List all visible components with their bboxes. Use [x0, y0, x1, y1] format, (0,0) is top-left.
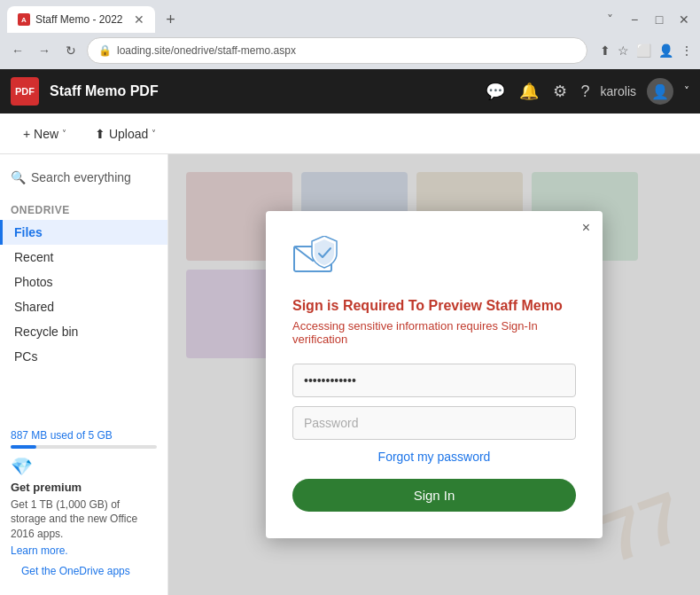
new-button[interactable]: + New ˅ [14, 123, 75, 145]
main-content: 77 × [168, 154, 700, 595]
window-controls: ˅ − □ ✕ [601, 12, 693, 27]
sidebar-footer: 887 MB used of 5 GB 💎 Get premium Get 1 … [0, 419, 167, 595]
password-input[interactable] [292, 406, 576, 440]
upload-button[interactable]: ⬆ Upload ˅ [86, 123, 165, 145]
storage-fill [11, 445, 36, 449]
forgot-password-link[interactable]: Forgot my password [378, 450, 491, 464]
modal-title: Sign is Required To Preview Staff Memo [292, 298, 576, 314]
chat-icon[interactable]: 💬 [486, 82, 505, 101]
envelope-shield-icon [292, 236, 340, 280]
storage-indicator: 887 MB used of 5 GB [11, 429, 157, 449]
window-maximize-button[interactable]: □ [650, 12, 668, 27]
upload-chevron-icon: ˅ [152, 129, 156, 138]
window-chevron[interactable]: ˅ [601, 12, 618, 27]
username-label: karolis [601, 84, 636, 98]
modal-close-button[interactable]: × [582, 220, 590, 236]
url-text: loading.site/onedrive/staff-memo.aspx [117, 44, 576, 57]
storage-bar [11, 445, 157, 449]
modal-overlay: × Sign is Required To [168, 154, 700, 595]
email-input[interactable] [292, 364, 576, 397]
premium-title: Get premium [11, 481, 157, 494]
reading-mode-icon[interactable]: ⬜ [636, 43, 651, 58]
settings-icon[interactable]: ⚙ [553, 82, 567, 101]
modal-icon-area [292, 236, 576, 284]
forgot-password-area: Forgot my password [292, 449, 576, 465]
refresh-button[interactable]: ↻ [60, 40, 82, 61]
sidebar-item-recent[interactable]: Recent [0, 245, 167, 270]
search-icon: 🔍 [11, 170, 26, 184]
window-close-button[interactable]: ✕ [675, 12, 693, 27]
share-icon[interactable]: ⬆ [600, 43, 611, 58]
user-menu-chevron[interactable]: ˅ [684, 85, 689, 98]
url-bar[interactable]: 🔒 loading.site/onedrive/staff-memo.aspx [87, 37, 587, 64]
onedrive-app: PDF Staff Memo PDF 💬 🔔 ⚙ ? karolis 👤 ˅ +… [0, 69, 700, 595]
back-button[interactable]: ← [7, 40, 28, 61]
sidebar: 🔍 Search everything OneDrive Files Recen… [0, 154, 168, 595]
active-tab[interactable]: A Staff Memo - 2022 ✕ [7, 6, 155, 33]
menu-icon[interactable]: ⋮ [681, 43, 693, 58]
learn-more-link[interactable]: Learn more. [11, 544, 68, 557]
sidebar-section-label: OneDrive [0, 197, 167, 220]
user-avatar[interactable]: 👤 [647, 78, 673, 105]
new-chevron-icon: ˅ [62, 129, 66, 138]
tab-title: Staff Memo - 2022 [35, 13, 123, 26]
forward-button[interactable]: → [34, 40, 55, 61]
notifications-icon[interactable]: 🔔 [519, 82, 539, 101]
window-minimize-button[interactable]: − [626, 12, 643, 27]
address-bar: ← → ↻ 🔒 loading.site/onedrive/staff-memo… [0, 34, 700, 69]
profile-icon[interactable]: 👤 [658, 43, 673, 58]
lock-icon: 🔒 [98, 44, 112, 57]
premium-description: Get 1 TB (1,000 GB) of storage and the n… [11, 497, 157, 542]
sidebar-item-shared[interactable]: Shared [0, 294, 167, 319]
sidebar-item-pcs[interactable]: PCs [0, 344, 167, 369]
sidebar-item-recycle-bin[interactable]: Recycle bin [0, 319, 167, 344]
tab-favicon: A [18, 13, 30, 26]
search-bar[interactable]: 🔍 Search everything [0, 165, 167, 190]
tab-close-button[interactable]: ✕ [134, 12, 144, 27]
diamond-icon: 💎 [11, 456, 157, 477]
storage-text: 887 MB used of 5 GB [11, 429, 157, 442]
get-apps-link[interactable]: Get the OneDrive apps [11, 558, 157, 584]
content-area: 🔍 Search everything OneDrive Files Recen… [0, 154, 700, 595]
address-bar-actions: ⬆ ☆ ⬜ 👤 ⋮ [600, 43, 693, 58]
toolbar: + New ˅ ⬆ Upload ˅ [0, 114, 700, 154]
signin-modal: × Sign is Required To [266, 211, 603, 538]
get-premium-section: 💎 Get premium Get 1 TB (1,000 GB) of sto… [11, 456, 157, 558]
new-tab-button[interactable]: + [159, 7, 183, 32]
sign-in-button[interactable]: Sign In [292, 479, 576, 512]
search-label: Search everything [31, 170, 131, 184]
sidebar-item-photos[interactable]: Photos [0, 270, 167, 294]
bookmark-icon[interactable]: ☆ [618, 43, 629, 58]
modal-subtitle: Accessing sensitive information requires… [292, 319, 576, 346]
header-icon-group: 💬 🔔 ⚙ ? [486, 82, 590, 101]
app-logo: PDF [11, 77, 39, 106]
tab-bar: A Staff Memo - 2022 ✕ + ˅ − □ ✕ [0, 0, 700, 34]
browser-chrome: A Staff Memo - 2022 ✕ + ˅ − □ ✕ ← → ↻ 🔒 … [0, 0, 700, 69]
app-title: Staff Memo PDF [50, 83, 475, 99]
help-icon[interactable]: ? [581, 82, 590, 101]
sidebar-item-files[interactable]: Files [0, 220, 167, 245]
app-header: PDF Staff Memo PDF 💬 🔔 ⚙ ? karolis 👤 ˅ [0, 69, 700, 114]
